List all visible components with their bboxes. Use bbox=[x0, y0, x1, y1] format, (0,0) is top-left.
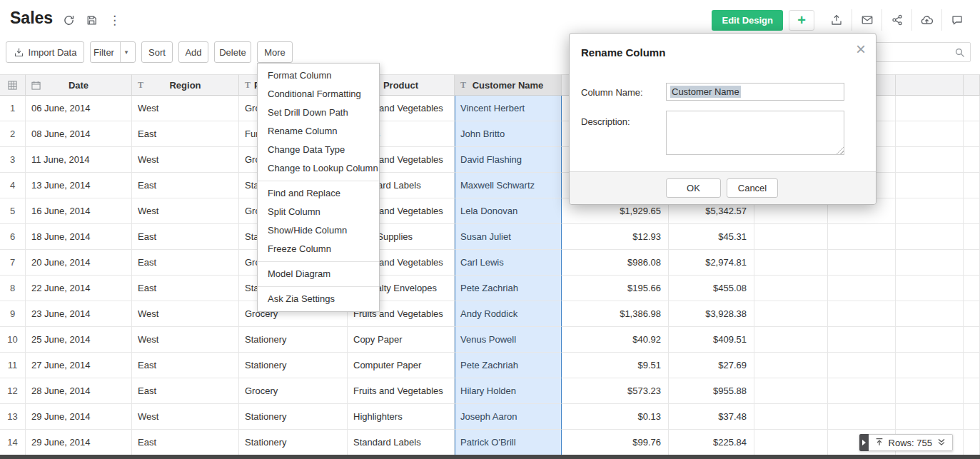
cell-date[interactable]: 23 June, 2014 bbox=[26, 301, 132, 327]
cell-region[interactable]: East bbox=[132, 121, 239, 147]
cell-cost[interactable]: $45.31 bbox=[669, 224, 754, 250]
cell-region[interactable]: West bbox=[132, 147, 239, 173]
cell-e3[interactable] bbox=[896, 404, 964, 430]
row-number[interactable]: 2 bbox=[0, 121, 26, 147]
refresh-button[interactable] bbox=[61, 13, 76, 28]
column-header-customer-name[interactable]: TCustomer Name bbox=[455, 74, 562, 96]
cell-sales[interactable]: $573.23 bbox=[562, 378, 669, 404]
cell-customer[interactable]: Lela Donovan bbox=[455, 198, 562, 224]
save-button[interactable] bbox=[84, 13, 99, 28]
cell-product[interactable]: Fruits and Vegetables bbox=[348, 378, 455, 404]
cell-e3[interactable] bbox=[896, 121, 964, 147]
cell-region[interactable]: West bbox=[132, 96, 239, 121]
cell-e2[interactable] bbox=[828, 276, 896, 301]
cell-cost[interactable]: $955.88 bbox=[669, 378, 754, 404]
add-button[interactable]: Add bbox=[178, 41, 208, 63]
cell-e3[interactable] bbox=[896, 250, 964, 276]
cell-e4[interactable] bbox=[964, 276, 980, 301]
cell-e4[interactable] bbox=[964, 224, 980, 250]
cell-customer[interactable]: Carl Lewis bbox=[455, 250, 562, 276]
email-button[interactable] bbox=[852, 9, 882, 31]
close-icon[interactable]: × bbox=[856, 41, 866, 58]
cell-region[interactable]: East bbox=[132, 276, 239, 301]
cell-category[interactable]: Stationery bbox=[239, 430, 348, 455]
plus-button[interactable]: + bbox=[789, 10, 814, 31]
column-header-date[interactable]: Date bbox=[26, 74, 132, 96]
cell-customer[interactable]: Maxwell Schwartz bbox=[455, 173, 562, 198]
cell-date[interactable]: 06 June, 2014 bbox=[26, 96, 132, 121]
cancel-button[interactable]: Cancel bbox=[727, 178, 778, 198]
cell-date[interactable]: 16 June, 2014 bbox=[26, 198, 132, 224]
cell-e4[interactable] bbox=[964, 353, 980, 378]
cell-e2[interactable] bbox=[828, 404, 896, 430]
cell-customer[interactable]: Venus Powell bbox=[455, 327, 562, 353]
cell-sales[interactable]: $9.51 bbox=[562, 353, 669, 378]
column-header-e3[interactable] bbox=[896, 74, 964, 96]
cell-e3[interactable] bbox=[896, 378, 964, 404]
cell-e1[interactable] bbox=[754, 430, 828, 455]
menu-item-ask-zia-settings[interactable]: Ask Zia Settings bbox=[258, 290, 379, 308]
cell-e2[interactable] bbox=[828, 250, 896, 276]
cell-region[interactable]: East bbox=[132, 224, 239, 250]
cell-e2[interactable] bbox=[828, 301, 896, 327]
cell-customer[interactable]: David Flashing bbox=[455, 147, 562, 173]
cell-date[interactable]: 29 June, 2014 bbox=[26, 430, 132, 455]
cell-e3[interactable] bbox=[896, 198, 964, 224]
cell-sales[interactable]: $12.93 bbox=[562, 224, 669, 250]
menu-item-model-diagram[interactable]: Model Diagram bbox=[258, 265, 379, 283]
go-to-bottom-icon[interactable] bbox=[937, 438, 946, 448]
menu-item-rename-column[interactable]: Rename Column bbox=[258, 122, 379, 141]
menu-item-format-column[interactable]: Format Column bbox=[258, 66, 379, 85]
cell-region[interactable]: East bbox=[132, 173, 239, 198]
menu-item-set-drill-down-path[interactable]: Set Drill Down Path bbox=[258, 104, 379, 122]
menu-item-change-to-lookup-column[interactable]: Change to Lookup Column bbox=[258, 159, 379, 178]
cell-e2[interactable] bbox=[828, 378, 896, 404]
menu-item-split-column[interactable]: Split Column bbox=[258, 203, 379, 221]
cell-e1[interactable] bbox=[754, 250, 828, 276]
cell-category[interactable]: Stationery bbox=[239, 327, 348, 353]
cell-e2[interactable] bbox=[828, 353, 896, 378]
column-name-input[interactable]: Customer Name bbox=[666, 83, 844, 101]
cell-product[interactable]: Copy Paper bbox=[348, 327, 455, 353]
cell-e3[interactable] bbox=[896, 224, 964, 250]
cell-e4[interactable] bbox=[964, 173, 980, 198]
cell-category[interactable]: Grocery bbox=[239, 378, 348, 404]
row-number[interactable]: 8 bbox=[0, 276, 26, 301]
cell-e1[interactable] bbox=[754, 353, 828, 378]
cell-region[interactable]: East bbox=[132, 353, 239, 378]
cell-e4[interactable] bbox=[964, 121, 980, 147]
column-header-e4[interactable] bbox=[964, 74, 980, 96]
cell-e1[interactable] bbox=[754, 224, 828, 250]
cell-e1[interactable] bbox=[754, 301, 828, 327]
cell-sales[interactable]: $195.66 bbox=[562, 276, 669, 301]
cell-product[interactable]: Highlighters bbox=[348, 404, 455, 430]
description-textarea[interactable] bbox=[666, 111, 844, 155]
cell-e3[interactable] bbox=[896, 96, 964, 121]
cell-date[interactable]: 22 June, 2014 bbox=[26, 276, 132, 301]
cell-e3[interactable] bbox=[896, 301, 964, 327]
cell-region[interactable]: East bbox=[132, 378, 239, 404]
cell-e4[interactable] bbox=[964, 430, 980, 455]
import-data-button[interactable]: Import Data bbox=[6, 41, 84, 63]
cell-e4[interactable] bbox=[964, 250, 980, 276]
cell-customer[interactable]: Patrick O'Brill bbox=[455, 430, 562, 455]
sort-button[interactable]: Sort bbox=[141, 41, 173, 63]
cell-region[interactable]: West bbox=[132, 327, 239, 353]
cell-date[interactable]: 13 June, 2014 bbox=[26, 173, 132, 198]
export-button[interactable] bbox=[822, 9, 852, 31]
more-button[interactable]: More bbox=[257, 41, 293, 63]
menu-item-freeze-column[interactable]: Freeze Column bbox=[258, 240, 379, 258]
cell-e2[interactable] bbox=[828, 224, 896, 250]
row-number[interactable]: 1 bbox=[0, 96, 26, 121]
row-number[interactable]: 3 bbox=[0, 147, 26, 173]
cell-sales[interactable]: $1,386.98 bbox=[562, 301, 669, 327]
cell-customer[interactable]: Joseph Aaron bbox=[455, 404, 562, 430]
cell-customer[interactable]: Hilary Holden bbox=[455, 378, 562, 404]
cell-date[interactable]: 28 June, 2014 bbox=[26, 378, 132, 404]
cell-category[interactable]: Stationery bbox=[239, 353, 348, 378]
row-number[interactable]: 10 bbox=[0, 327, 26, 353]
cell-sales[interactable]: $986.08 bbox=[562, 250, 669, 276]
cell-customer[interactable]: Pete Zachriah bbox=[455, 276, 562, 301]
cell-e1[interactable] bbox=[754, 276, 828, 301]
search-icon[interactable] bbox=[954, 46, 966, 61]
